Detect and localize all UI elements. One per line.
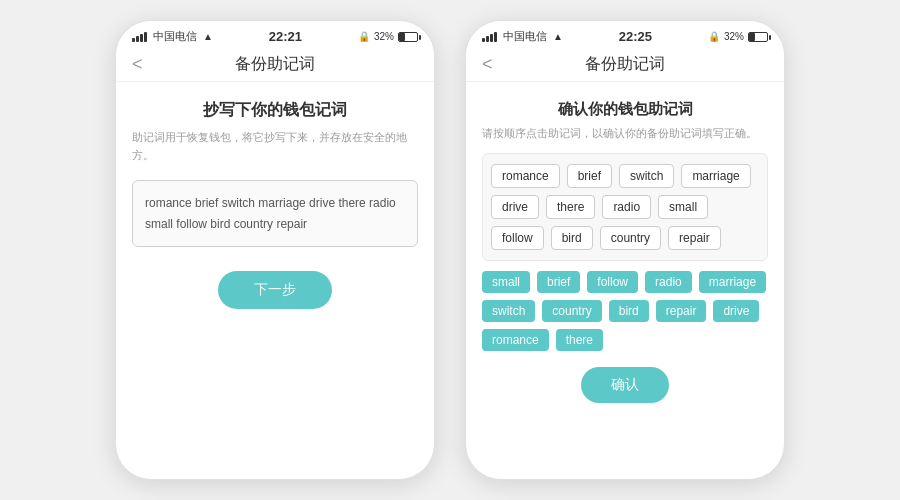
battery-pct-1: 32%	[374, 31, 394, 42]
bank-word-chip[interactable]: bird	[609, 300, 649, 322]
status-left-1: 中国电信 ▲	[132, 29, 213, 44]
selected-word-chip[interactable]: marriage	[681, 164, 750, 188]
carrier-2: 中国电信	[503, 29, 547, 44]
signal-icon-1	[132, 32, 147, 42]
battery-icon-2	[748, 32, 768, 42]
page2-desc: 请按顺序点击助记词，以确认你的备份助记词填写正确。	[482, 125, 768, 143]
bank-word-chip[interactable]: romance	[482, 329, 549, 351]
selected-word-chip[interactable]: drive	[491, 195, 539, 219]
selected-word-chip[interactable]: bird	[551, 226, 593, 250]
confirm-button[interactable]: 确认	[581, 367, 669, 403]
selected-word-chip[interactable]: there	[546, 195, 595, 219]
back-button-1[interactable]: <	[132, 54, 143, 75]
nav-bar-2: < 备份助记词	[466, 48, 784, 82]
selected-word-chip[interactable]: country	[600, 226, 661, 250]
status-right-2: 🔒 32%	[708, 31, 768, 42]
lock-icon-2: 🔒	[708, 31, 720, 42]
battery-icon-1	[398, 32, 418, 42]
word-bank: smallbrieffollowradiomarriageswitchcount…	[482, 271, 768, 351]
selected-word-chip[interactable]: romance	[491, 164, 560, 188]
signal-icon-2	[482, 32, 497, 42]
bank-word-chip[interactable]: drive	[713, 300, 759, 322]
bank-word-chip[interactable]: switch	[482, 300, 535, 322]
phone-1: 中国电信 ▲ 22:21 🔒 32% < 备份助记词 抄写下你的钱包记词 助记词…	[115, 20, 435, 480]
page1-desc: 助记词用于恢复钱包，将它抄写下来，并存放在安全的地方。	[132, 129, 418, 164]
page1-heading: 抄写下你的钱包记词	[203, 100, 347, 121]
status-bar-2: 中国电信 ▲ 22:25 🔒 32%	[466, 21, 784, 48]
next-button[interactable]: 下一步	[218, 271, 332, 309]
selected-word-chip[interactable]: switch	[619, 164, 674, 188]
bank-word-chip[interactable]: there	[556, 329, 603, 351]
status-bar-1: 中国电信 ▲ 22:21 🔒 32%	[116, 21, 434, 48]
word-selection-area: romancebriefswitchmarriagedrivethereradi…	[482, 153, 768, 261]
selected-word-chip[interactable]: repair	[668, 226, 721, 250]
time-2: 22:25	[619, 29, 652, 44]
time-1: 22:21	[269, 29, 302, 44]
nav-title-1: 备份助记词	[235, 54, 315, 75]
bank-word-chip[interactable]: marriage	[699, 271, 766, 293]
bank-word-chip[interactable]: radio	[645, 271, 692, 293]
nav-bar-1: < 备份助记词	[116, 48, 434, 82]
bank-word-chip[interactable]: repair	[656, 300, 707, 322]
bank-word-chip[interactable]: small	[482, 271, 530, 293]
selected-word-chip[interactable]: brief	[567, 164, 612, 188]
bank-word-chip[interactable]: brief	[537, 271, 580, 293]
back-button-2[interactable]: <	[482, 54, 493, 75]
selected-word-chip[interactable]: small	[658, 195, 708, 219]
wifi-icon-1: ▲	[203, 31, 213, 42]
battery-pct-2: 32%	[724, 31, 744, 42]
page2-heading: 确认你的钱包助记词	[558, 100, 693, 119]
phone-2: 中国电信 ▲ 22:25 🔒 32% < 备份助记词 确认你的钱包助记词 请按顺…	[465, 20, 785, 480]
status-left-2: 中国电信 ▲	[482, 29, 563, 44]
bank-word-chip[interactable]: country	[542, 300, 601, 322]
mnemonic-display: romance brief switch marriage drive ther…	[132, 180, 418, 247]
phone1-content: 抄写下你的钱包记词 助记词用于恢复钱包，将它抄写下来，并存放在安全的地方。 ro…	[116, 82, 434, 479]
lock-icon-1: 🔒	[358, 31, 370, 42]
status-right-1: 🔒 32%	[358, 31, 418, 42]
phone2-content: 确认你的钱包助记词 请按顺序点击助记词，以确认你的备份助记词填写正确。 roma…	[466, 82, 784, 479]
bank-word-chip[interactable]: follow	[587, 271, 638, 293]
carrier-1: 中国电信	[153, 29, 197, 44]
selected-word-chip[interactable]: follow	[491, 226, 544, 250]
wifi-icon-2: ▲	[553, 31, 563, 42]
selected-word-chip[interactable]: radio	[602, 195, 651, 219]
nav-title-2: 备份助记词	[585, 54, 665, 75]
phones-container: 中国电信 ▲ 22:21 🔒 32% < 备份助记词 抄写下你的钱包记词 助记词…	[115, 20, 785, 480]
